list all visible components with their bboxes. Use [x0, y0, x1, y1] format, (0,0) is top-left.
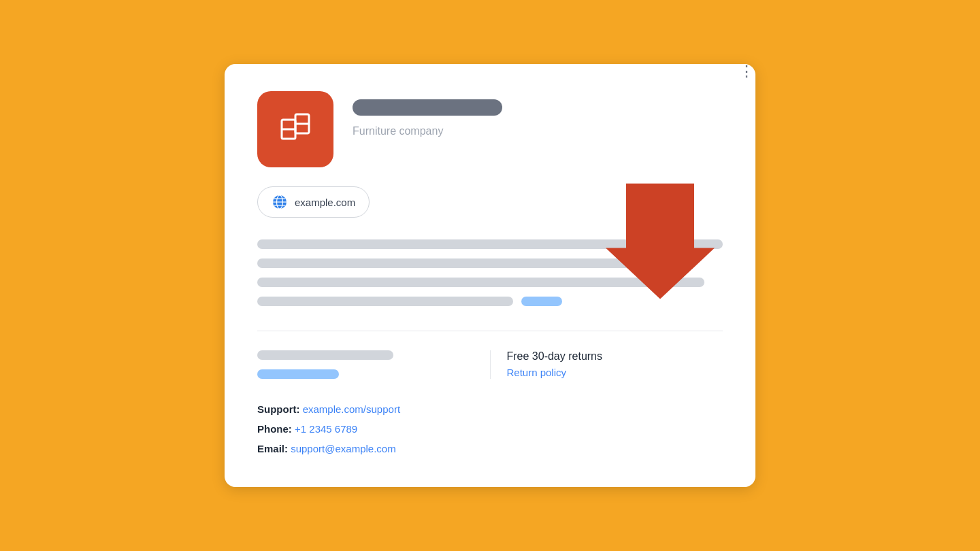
returns-left	[257, 350, 491, 379]
content-bar-3	[257, 278, 704, 287]
email-link[interactable]: support@example.com	[291, 443, 395, 454]
app-category: Furniture company	[353, 125, 502, 137]
contact-support-row: Support: example.com/support	[257, 403, 723, 415]
returns-placeholder-bar-blue	[257, 369, 339, 379]
main-card: ⋮ Furniture company example.com	[225, 64, 755, 487]
globe-icon	[272, 194, 288, 210]
app-icon-svg	[274, 107, 317, 151]
returns-right: Free 30-day returns Return policy	[491, 350, 723, 379]
website-pill[interactable]: example.com	[257, 186, 370, 218]
content-bar-4	[257, 297, 513, 306]
more-menu-button[interactable]: ⋮	[739, 64, 755, 79]
content-bar-1	[257, 239, 723, 249]
content-bars	[257, 239, 723, 306]
free-returns-text: Free 30-day returns	[507, 350, 723, 363]
app-info: Furniture company	[353, 91, 502, 137]
support-link[interactable]: example.com/support	[303, 403, 400, 415]
card-header: Furniture company	[257, 91, 723, 167]
content-bar-2	[257, 258, 667, 268]
returns-section: Free 30-day returns Return policy	[257, 350, 723, 379]
content-bar-4-blue	[521, 297, 562, 306]
return-policy-link[interactable]: Return policy	[507, 367, 567, 378]
content-bar-4-row	[257, 297, 723, 306]
section-divider	[257, 331, 723, 331]
app-name-bar	[353, 99, 502, 116]
contact-section: Support: example.com/support Phone: +1 2…	[257, 403, 723, 454]
contact-email-row: Email: support@example.com	[257, 443, 723, 454]
phone-link[interactable]: +1 2345 6789	[295, 423, 357, 435]
contact-phone-row: Phone: +1 2345 6789	[257, 423, 723, 435]
email-label: Email:	[257, 443, 288, 454]
support-label: Support:	[257, 403, 299, 415]
phone-label: Phone:	[257, 423, 292, 435]
app-icon	[257, 91, 333, 167]
website-url: example.com	[295, 197, 355, 208]
returns-placeholder-bar-long	[257, 350, 393, 360]
